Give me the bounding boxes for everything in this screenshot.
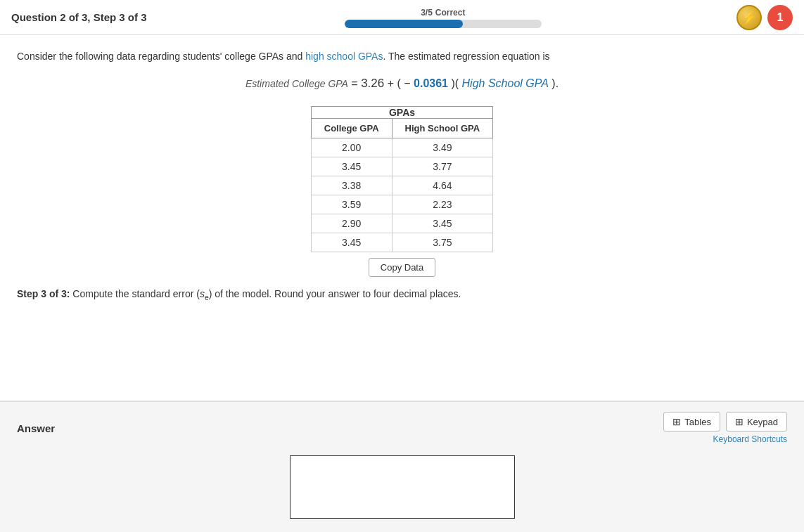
cell-college-gpa: 3.59 [311,195,392,214]
cell-college-gpa: 2.90 [311,214,392,233]
answer-buttons: ⊞ Tables ⊞ Keypad [663,412,787,432]
heart-count: 1 [777,11,784,24]
cell-hs-gpa: 3.75 [392,233,493,252]
data-table: GPAs College GPA High School GPA 2.003.4… [311,106,493,252]
header-icons: ⚡ 1 [736,5,793,30]
cell-hs-gpa: 2.23 [392,195,493,214]
coin-icon: ⚡ [736,5,762,30]
question-label: Question 2 of 3, Step 3 of 3 [11,11,147,23]
col2-header: High School GPA [392,119,493,138]
eq-coeff: 0.0361 [414,77,448,89]
heart-icon: 1 [767,5,793,30]
eq-value1: 3.26 [361,77,384,90]
cell-college-gpa: 3.38 [311,176,392,195]
answer-label: Answer [17,422,55,434]
table-row: 3.384.64 [311,176,492,195]
table-body: 2.003.493.453.773.384.643.592.232.903.45… [311,138,492,252]
answer-input-box[interactable] [290,455,515,519]
table-row: 3.592.23 [311,195,492,214]
table-wrapper: GPAs College GPA High School GPA 2.003.4… [17,106,787,277]
cell-college-gpa: 2.00 [311,138,392,157]
eq-equals: = [351,77,361,89]
eq-close: ). [551,77,559,89]
answer-toolbar: Answer ⊞ Tables ⊞ Keypad Keyboard Shortc… [17,412,787,444]
table-row: 2.903.45 [311,214,492,233]
header: Question 2 of 3, Step 3 of 3 3/5 Correct… [0,0,804,35]
cell-college-gpa: 3.45 [311,233,392,252]
copy-data-button[interactable]: Copy Data [369,258,435,277]
hs-gpa-link[interactable]: high school GPAs [305,51,383,62]
keypad-icon: ⊞ [735,416,744,427]
table-group-header-row: GPAs [311,107,492,119]
eq-hs-label: High School GPA [462,77,549,89]
cell-college-gpa: 3.45 [311,157,392,176]
keypad-button[interactable]: ⊞ Keypad [726,412,787,432]
cell-hs-gpa: 3.77 [392,157,493,176]
table-group-header: GPAs [311,107,492,119]
tables-button[interactable]: ⊞ Tables [663,412,720,432]
cell-hs-gpa: 4.64 [392,176,493,195]
keyboard-shortcuts-link[interactable]: Keyboard Shortcuts [713,434,787,444]
equation-block: Estimated College GPA = 3.26 + ( − 0.036… [17,77,787,91]
col1-header: College GPA [311,119,392,138]
answer-tools: ⊞ Tables ⊞ Keypad Keyboard Shortcuts [663,412,787,444]
main-content: Consider the following data regarding st… [0,35,804,401]
table-col-header-row: College GPA High School GPA [311,119,492,138]
step-label: Step 3 of 3: [17,288,70,299]
cell-hs-gpa: 3.49 [392,138,493,157]
progress-bar [345,20,542,28]
table-row: 3.453.77 [311,157,492,176]
header-center: 3/5 Correct [161,6,725,28]
table-row: 2.003.49 [311,138,492,157]
question-text: Consider the following data regarding st… [17,49,787,64]
table-row: 3.453.75 [311,233,492,252]
step-instruction: Step 3 of 3: Compute the standard error … [17,288,787,301]
progress-bar-fill [345,20,463,28]
eq-plus: + ( − [388,77,414,89]
answer-section: Answer ⊞ Tables ⊞ Keypad Keyboard Shortc… [0,401,804,532]
eq-label: Estimated College GPA [245,78,348,89]
eq-paren: )( [451,77,459,89]
tables-icon: ⊞ [672,416,681,427]
score-label: 3/5 Correct [421,6,465,18]
cell-hs-gpa: 3.45 [392,214,493,233]
